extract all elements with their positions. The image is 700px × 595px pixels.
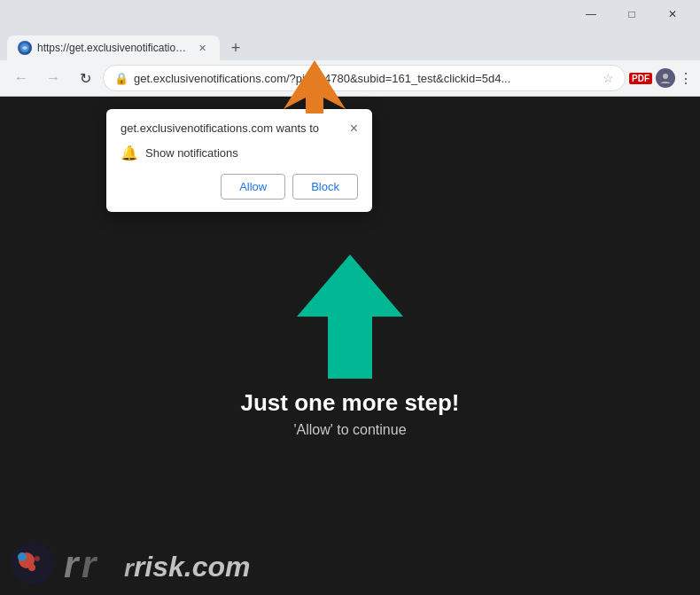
svg-text:r: r [64, 544, 81, 583]
popup-notification-row: 🔔 Show notifications [121, 145, 358, 161]
allow-button[interactable]: Allow [221, 174, 285, 200]
page-heading: Just one more step! [240, 389, 459, 417]
green-up-arrow-icon [297, 254, 403, 379]
svg-point-8 [35, 556, 40, 561]
watermark-brand-text: rrisk.com [124, 551, 251, 583]
popup-header: get.exclusivenotifications.com wants to … [121, 121, 358, 136]
new-tab-button[interactable]: + [223, 35, 248, 60]
popup-title: get.exclusivenotifications.com wants to [121, 121, 343, 135]
back-button[interactable]: ← [7, 64, 35, 92]
watermark-logo-icon [11, 541, 55, 585]
minimize-button[interactable]: — [571, 0, 611, 28]
watermark: r r rrisk.com [11, 541, 251, 585]
profile-avatar[interactable] [656, 68, 675, 88]
window-controls: — □ ✕ [571, 0, 693, 28]
bell-icon: 🔔 [121, 145, 138, 161]
block-button[interactable]: Block [292, 174, 358, 200]
address-bar[interactable]: 🔒 get.exclusivenotifications.com/?pid=54… [103, 65, 626, 91]
tabbar: https://get.exclusivenotifications... ✕ … [0, 28, 700, 60]
watermark-text-container: r r rrisk.com [62, 544, 251, 583]
tab-title: https://get.exclusivenotifications... [37, 42, 190, 54]
svg-marker-2 [284, 60, 346, 114]
svg-text:r: r [82, 544, 98, 583]
address-text: get.exclusivenotifications.com/?pid=5478… [134, 72, 597, 85]
refresh-button[interactable]: ↻ [71, 64, 99, 92]
menu-button[interactable]: ⋮ [679, 70, 693, 87]
close-button[interactable]: ✕ [652, 0, 693, 28]
bookmark-icon[interactable]: ☆ [603, 71, 614, 85]
tab-favicon [18, 41, 32, 55]
titlebar: — □ ✕ [0, 0, 700, 28]
orange-arrow-decoration [284, 60, 346, 117]
forward-button[interactable]: → [39, 64, 67, 92]
tab-close-button[interactable]: ✕ [195, 41, 209, 55]
watermark-brand-icon: r r [62, 544, 124, 583]
svg-point-1 [663, 74, 668, 79]
pdf-badge: PDF [629, 73, 652, 84]
popup-row-text: Show notifications [145, 146, 238, 160]
maximize-button[interactable]: □ [611, 0, 652, 28]
page-content: get.exclusivenotifications.com wants to … [0, 97, 700, 595]
active-tab[interactable]: https://get.exclusivenotifications... ✕ [7, 35, 220, 60]
svg-point-6 [18, 552, 27, 561]
page-subtext: 'Allow' to continue [293, 422, 406, 438]
browser-chrome: https://get.exclusivenotifications... ✕ … [0, 28, 700, 97]
popup-close-button[interactable]: × [350, 121, 358, 136]
navbar: ← → ↻ 🔒 get.exclusivenotifications.com/?… [0, 60, 700, 96]
green-arrow-section: Just one more step! 'Allow' to continue [240, 254, 459, 438]
notification-popup: get.exclusivenotifications.com wants to … [106, 109, 372, 212]
svg-marker-3 [297, 254, 403, 379]
svg-point-7 [28, 564, 35, 571]
lock-icon: 🔒 [114, 72, 128, 85]
popup-actions: Allow Block [121, 174, 358, 200]
